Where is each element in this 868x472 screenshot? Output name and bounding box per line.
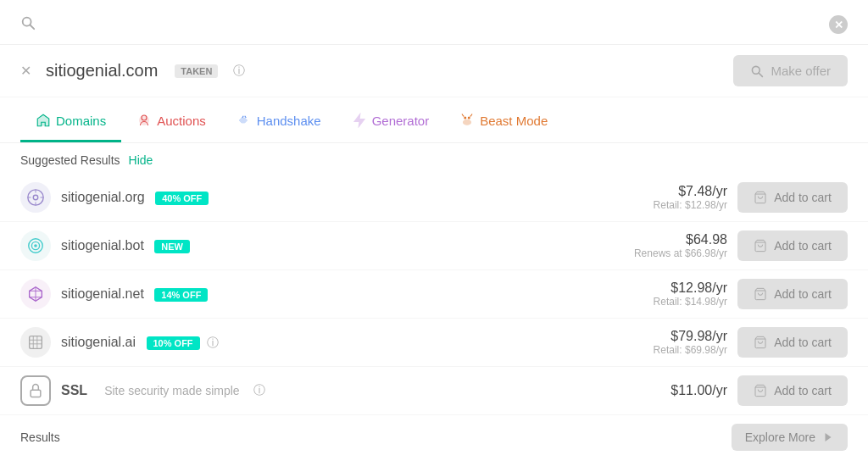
explore-more-button[interactable]: Explore More	[732, 424, 848, 451]
ssl-add-to-cart-button[interactable]: Add to cart	[737, 375, 848, 406]
cart-icon	[754, 239, 767, 253]
result-row: sitiogenial.bot NEW $64.98 Renews at $66…	[0, 222, 868, 270]
domain-name-1: sitiogenial.bot NEW	[61, 238, 615, 253]
cart-icon	[754, 191, 767, 204]
cart-icon	[754, 384, 767, 397]
svg-line-1	[30, 25, 34, 29]
price-retail-0: Retail: $12.98/yr	[626, 199, 727, 211]
hide-button[interactable]: Hide	[129, 153, 153, 167]
add-cart-label-0: Add to cart	[774, 191, 832, 204]
generator-icon	[352, 113, 367, 128]
domain-badge-3: 10% OFF	[147, 336, 200, 350]
make-offer-button[interactable]: Make offer	[733, 55, 848, 86]
svg-point-13	[34, 244, 37, 247]
tab-domains[interactable]: Domains	[20, 101, 121, 142]
tab-domains-label: Domains	[56, 114, 106, 128]
domain-name-2: sitiogenial.net 14% OFF	[61, 286, 615, 302]
add-to-cart-button-2[interactable]: Add to cart	[737, 279, 848, 309]
house-icon	[36, 113, 51, 128]
results-list: sitiogenial.org 40% OFF $7.48/yr Retail:…	[0, 174, 868, 367]
domain-icon-ai	[20, 327, 51, 358]
domain-taken-badge: TAKEN	[175, 64, 218, 78]
add-cart-label-1: Add to cart	[774, 239, 832, 253]
domain-name-0: sitiogenial.org 40% OFF	[61, 190, 615, 205]
domain-name: sitiogenial.com	[46, 61, 158, 81]
cart-icon	[754, 336, 767, 349]
svg-marker-5	[354, 114, 364, 127]
tab-generator-label: Generator	[372, 114, 430, 128]
search-clear-button[interactable]: ✕	[829, 15, 848, 34]
domain-badge-1: NEW	[154, 240, 190, 253]
nav-tabs: Domains Auctions Handshake Generator Bea…	[0, 101, 868, 143]
handshake-icon	[236, 113, 252, 128]
results-label: Results	[20, 430, 60, 444]
ssl-row: SSL Site security made simple ⓘ $11.00/y…	[0, 367, 868, 415]
svg-point-6	[464, 117, 466, 119]
tab-generator[interactable]: Generator	[337, 101, 445, 142]
tab-beast-mode[interactable]: Beast Mode	[444, 101, 563, 142]
price-retail-2: Retail: $14.98/yr	[626, 296, 727, 308]
tab-auctions-label: Auctions	[157, 114, 206, 128]
domain-name-3: sitiogenial.ai 10% OFF ⓘ	[61, 335, 615, 351]
domain-icon-org	[20, 182, 51, 213]
add-to-cart-button-1[interactable]: Add to cart	[737, 230, 848, 261]
cart-icon	[754, 287, 767, 301]
domain-info-icon[interactable]: ⓘ	[207, 336, 219, 349]
add-to-cart-button-0[interactable]: Add to cart	[737, 182, 848, 213]
add-to-cart-button-3[interactable]: Add to cart	[737, 327, 848, 358]
ssl-info-icon[interactable]: ⓘ	[253, 383, 265, 398]
price-col-2: $12.98/yr Retail: $14.98/yr	[626, 280, 727, 308]
price-retail-3: Retail: $69.98/yr	[626, 344, 727, 356]
search-icon	[20, 15, 36, 34]
beast-icon	[459, 113, 475, 128]
domain-badge-2: 14% OFF	[154, 288, 208, 302]
search-bar: sitiogenial ✕	[0, 0, 868, 45]
price-main-1: $64.98	[626, 232, 727, 247]
ssl-label: SSL	[61, 383, 87, 398]
tab-beast-mode-label: Beast Mode	[480, 114, 548, 128]
ssl-icon	[20, 375, 51, 406]
search-input[interactable]: sitiogenial	[44, 17, 821, 32]
auction-icon	[136, 113, 152, 128]
result-row: sitiogenial.org 40% OFF $7.48/yr Retail:…	[0, 174, 868, 222]
result-row: sitiogenial.ai 10% OFF ⓘ $79.98/yr Retai…	[0, 319, 868, 367]
price-col-1: $64.98 Renews at $66.98/yr	[626, 232, 727, 259]
ssl-price: $11.00/yr	[626, 383, 727, 398]
svg-marker-24	[826, 433, 832, 441]
svg-point-9	[33, 195, 38, 200]
tab-auctions[interactable]: Auctions	[121, 101, 221, 142]
ssl-description: Site security made simple	[104, 384, 240, 397]
tab-handshake[interactable]: Handshake	[221, 101, 337, 142]
svg-rect-22	[31, 390, 41, 397]
price-retail-1: Renews at $66.98/yr	[626, 247, 727, 259]
svg-point-7	[468, 117, 470, 119]
price-main-2: $12.98/yr	[626, 280, 727, 296]
price-main-0: $7.48/yr	[626, 184, 727, 199]
domain-icon-bot	[20, 230, 51, 261]
price-col-0: $7.48/yr Retail: $12.98/yr	[626, 184, 727, 211]
domain-main-row: ✕ sitiogenial.com TAKEN ⓘ Make offer	[0, 45, 868, 97]
tab-handshake-label: Handshake	[257, 114, 321, 128]
domain-close-button[interactable]: ✕	[20, 63, 34, 79]
bottom-bar: Results Explore More	[0, 415, 868, 459]
suggested-label: Suggested Results	[20, 153, 120, 167]
price-col-3: $79.98/yr Retail: $69.98/yr	[626, 329, 727, 356]
result-row: sitiogenial.net 14% OFF $12.98/yr Retail…	[0, 270, 868, 319]
suggested-header: Suggested Results Hide	[0, 143, 868, 174]
svg-point-8	[464, 119, 471, 125]
add-cart-label-3: Add to cart	[774, 336, 832, 349]
svg-line-3	[759, 73, 762, 76]
domain-icon-net	[20, 279, 51, 309]
add-cart-label-2: Add to cart	[774, 287, 832, 301]
explore-arrow-icon	[822, 431, 834, 443]
domain-badge-0: 40% OFF	[155, 192, 209, 205]
svg-rect-16	[30, 336, 42, 349]
make-offer-icon	[750, 64, 764, 78]
price-main-3: $79.98/yr	[626, 329, 727, 344]
domain-info-icon[interactable]: ⓘ	[233, 64, 245, 79]
